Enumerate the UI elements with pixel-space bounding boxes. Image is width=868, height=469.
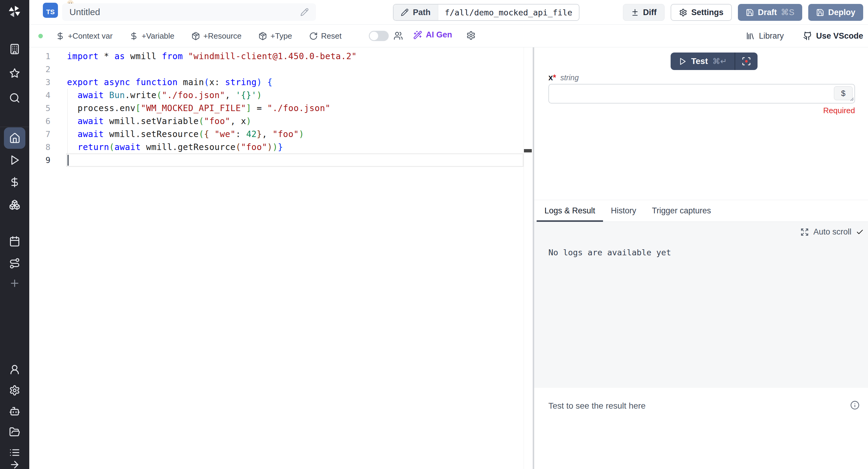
code-token bbox=[67, 116, 78, 126]
code-token: process.env bbox=[67, 103, 135, 113]
code-line-2[interactable] bbox=[67, 63, 524, 76]
cursor-position-marker bbox=[524, 149, 532, 152]
sidebar-item-boxes[interactable] bbox=[9, 199, 20, 210]
tab-logs-result[interactable]: Logs & Result bbox=[537, 200, 603, 221]
sidebar-item-play[interactable] bbox=[9, 155, 20, 166]
logs-area: Auto scroll No logs are available yet bbox=[534, 222, 868, 388]
tab-label: History bbox=[611, 206, 636, 216]
sidebar-item-home[interactable] bbox=[4, 127, 25, 149]
sidebar-item-arrow-right[interactable] bbox=[9, 459, 20, 469]
code-token: "foo" bbox=[241, 142, 267, 152]
left-sidebar bbox=[0, 0, 29, 469]
toolbar-type-button[interactable]: +Type bbox=[258, 31, 292, 41]
script-title-field[interactable]: Untitled bbox=[62, 3, 316, 21]
sidebar-item-dollar[interactable] bbox=[9, 177, 20, 188]
code-token: x: bbox=[209, 77, 225, 87]
sidebar-item-user[interactable] bbox=[9, 364, 20, 375]
library-icon bbox=[746, 31, 755, 40]
dollar-icon bbox=[129, 32, 138, 40]
settings-icon[interactable] bbox=[466, 31, 476, 40]
sidebar-item-search[interactable] bbox=[9, 92, 20, 103]
code-line-6[interactable]: await wmill.setVariable("foo", x) bbox=[67, 115, 524, 128]
sidebar-item-settings[interactable] bbox=[9, 385, 20, 396]
ai-gen-button[interactable]: AI Gen bbox=[413, 30, 452, 39]
resize-handle[interactable] bbox=[849, 96, 854, 103]
windmill-logo[interactable] bbox=[7, 4, 22, 19]
settings-button[interactable]: Settings bbox=[671, 4, 732, 21]
arg-x-input[interactable]: $ bbox=[548, 84, 855, 103]
use-vscode-button[interactable]: Use VScode bbox=[803, 31, 863, 41]
code-line-7[interactable]: await wmill.setResource({ "we": 42}, "fo… bbox=[67, 128, 524, 140]
diff-mode-toggle[interactable] bbox=[369, 31, 389, 41]
pencil-icon[interactable] bbox=[300, 8, 309, 16]
sidebar-item-route[interactable] bbox=[9, 258, 20, 269]
path-label-segment: Path bbox=[394, 4, 438, 20]
github-icon bbox=[803, 31, 812, 40]
list-icon bbox=[9, 447, 20, 458]
sidebar-item-folder-open[interactable] bbox=[9, 427, 20, 438]
capture-test-button[interactable] bbox=[735, 53, 757, 70]
tab-history[interactable]: History bbox=[603, 200, 644, 221]
code-token: ( bbox=[157, 90, 162, 100]
code-token: await bbox=[78, 90, 104, 100]
toolbar-variable-button[interactable]: +Variable bbox=[129, 31, 175, 41]
save-icon bbox=[746, 8, 754, 17]
code-token: async bbox=[104, 77, 130, 87]
code-token bbox=[104, 90, 109, 100]
code-token: : bbox=[236, 129, 246, 139]
use-vscode-label: Use VScode bbox=[816, 31, 863, 41]
script-lang-label: TS bbox=[46, 8, 55, 16]
sidebar-item-bot[interactable] bbox=[9, 406, 20, 417]
code-line-4[interactable]: await Bun.write("./foo.json", '{}') bbox=[67, 89, 524, 102]
users-icon[interactable] bbox=[394, 31, 403, 40]
arg-type: string bbox=[560, 73, 579, 82]
path-editor[interactable]: Path f/all/demo_mocked_api_file bbox=[393, 4, 580, 21]
script-title: Untitled bbox=[69, 7, 300, 17]
code-line-5[interactable]: process.env["WM_MOCKED_API_FILE"] = "./f… bbox=[67, 102, 524, 115]
code-line-8[interactable]: return(await wmill.getResource("foo"))} bbox=[67, 140, 524, 154]
check-icon[interactable] bbox=[856, 228, 864, 236]
bot-icon bbox=[9, 406, 20, 417]
code-token: main bbox=[178, 77, 204, 87]
code-token: ( bbox=[236, 142, 241, 152]
sidebar-item-calendar[interactable] bbox=[9, 236, 20, 247]
code-token: import bbox=[67, 51, 99, 61]
toolbar-reset-button[interactable]: Reset bbox=[309, 31, 342, 41]
sidebar-item-star[interactable] bbox=[9, 68, 20, 79]
code-line-3[interactable]: export async function main(x: string) { bbox=[67, 76, 524, 89]
overview-ruler[interactable] bbox=[524, 48, 533, 469]
tab-trigger-captures[interactable]: Trigger captures bbox=[644, 200, 719, 221]
test-button[interactable]: Test ⌘↵ bbox=[671, 53, 735, 70]
toolbar-button-label: +Resource bbox=[204, 31, 242, 41]
toolbar-contextvar-button[interactable]: +Context var bbox=[56, 31, 113, 41]
expand-icon[interactable] bbox=[800, 228, 809, 236]
route-icon bbox=[9, 258, 20, 269]
deploy-button[interactable]: Deploy bbox=[808, 4, 863, 21]
code-token: Bun bbox=[109, 90, 125, 100]
test-label: Test bbox=[691, 57, 708, 66]
library-button[interactable]: Library bbox=[746, 31, 784, 41]
rotate-cw-icon bbox=[309, 32, 318, 40]
code-token: from bbox=[162, 51, 183, 61]
code-token bbox=[67, 90, 78, 100]
toolbar-resource-button[interactable]: +Resource bbox=[191, 31, 242, 41]
draft-button[interactable]: Draft ⌘S bbox=[738, 4, 802, 21]
windmill-logo[interactable] bbox=[7, 4, 22, 19]
star-icon bbox=[9, 68, 20, 79]
code-line-1[interactable]: import * as wmill from "windmill-client@… bbox=[67, 50, 524, 63]
info-icon[interactable] bbox=[850, 401, 860, 410]
code-token: "./foo.json" bbox=[162, 90, 225, 100]
sidebar-item-list[interactable] bbox=[9, 447, 20, 458]
sidebar-item-building[interactable] bbox=[9, 43, 20, 55]
code-token bbox=[67, 142, 78, 152]
code-editor[interactable]: 123456789 import * as wmill from "windmi… bbox=[29, 48, 533, 469]
code-token bbox=[209, 129, 214, 139]
code-token: wmill.setResource bbox=[104, 129, 198, 139]
code-token: "foo" bbox=[204, 116, 230, 126]
diff-button[interactable]: Diff bbox=[623, 4, 664, 21]
status-dot bbox=[38, 34, 43, 38]
top-bar: TS Untitled Path f/all/demo_mocked_api_f… bbox=[29, 0, 868, 25]
line-number: 4 bbox=[29, 89, 67, 102]
sidebar-item-plus[interactable] bbox=[9, 278, 20, 289]
code-line-9[interactable] bbox=[67, 154, 524, 166]
